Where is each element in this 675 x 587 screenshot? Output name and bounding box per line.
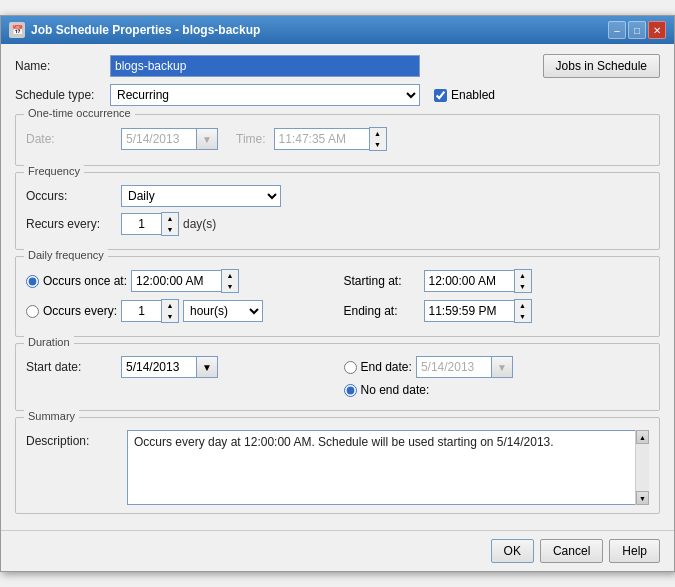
once-at-down-btn[interactable]: ▼ <box>222 281 238 292</box>
date-calendar-button[interactable]: ▼ <box>196 128 218 150</box>
no-end-date-radio-label[interactable]: No end date: <box>344 383 430 397</box>
daily-frequency-group: Daily frequency Occurs once at: <box>15 256 660 337</box>
maximize-button[interactable]: □ <box>628 21 646 39</box>
ok-button[interactable]: OK <box>491 539 534 563</box>
ending-row: Ending at: ▲ ▼ <box>344 299 650 323</box>
once-at-input[interactable] <box>131 270 221 292</box>
recurs-down-button[interactable]: ▼ <box>162 224 178 235</box>
title-bar: 📅 Job Schedule Properties - blogs-backup… <box>1 16 674 44</box>
once-at-radio[interactable] <box>26 275 39 288</box>
ending-down-btn[interactable]: ▼ <box>515 311 531 322</box>
occurs-row: Occurs: Daily Weekly Monthly <box>26 185 649 207</box>
starting-time-group: ▲ ▼ <box>424 269 532 293</box>
recurs-up-button[interactable]: ▲ <box>162 213 178 224</box>
once-at-radio-label[interactable]: Occurs once at: <box>26 274 127 288</box>
start-date-row: Start date: ▼ <box>26 356 332 378</box>
every-up-btn[interactable]: ▲ <box>162 300 178 311</box>
ending-input[interactable] <box>424 300 514 322</box>
window-title: Job Schedule Properties - blogs-backup <box>31 23 260 37</box>
starting-up-btn[interactable]: ▲ <box>515 270 531 281</box>
name-input[interactable] <box>110 55 420 77</box>
duration-title: Duration <box>24 336 74 348</box>
no-end-date-radio[interactable] <box>344 384 357 397</box>
enabled-checkbox[interactable] <box>434 89 447 102</box>
occurs-select[interactable]: Daily Weekly Monthly <box>121 185 281 207</box>
description-row: Description: Occurs every day at 12:00:0… <box>26 430 649 505</box>
time-field[interactable] <box>274 128 369 150</box>
summary-group: Summary Description: Occurs every day at… <box>15 417 660 514</box>
starting-label: Starting at: <box>344 274 424 288</box>
no-end-date-label: No end date: <box>361 383 430 397</box>
recurs-spinner: ▲ ▼ <box>121 212 179 236</box>
end-date-calendar-btn[interactable]: ▼ <box>491 356 513 378</box>
no-end-date-row: No end date: <box>344 383 650 397</box>
close-button[interactable]: ✕ <box>648 21 666 39</box>
every-input[interactable] <box>121 300 161 322</box>
minimize-button[interactable]: – <box>608 21 626 39</box>
every-spinner: ▲ ▼ <box>121 299 179 323</box>
frequency-title: Frequency <box>24 165 84 177</box>
starting-input[interactable] <box>424 270 514 292</box>
daily-frequency-title: Daily frequency <box>24 249 108 261</box>
recurs-row: Recurs every: ▲ ▼ day(s) <box>26 212 649 236</box>
every-down-btn[interactable]: ▼ <box>162 311 178 322</box>
description-scrollbar: ▲ ▼ <box>635 430 649 505</box>
window-icon: 📅 <box>9 22 25 38</box>
duration-right: End date: ▼ No end date: <box>344 356 650 402</box>
time-label: Time: <box>236 132 266 146</box>
time-spinner: ▲ ▼ <box>369 127 387 151</box>
one-time-content: Date: ▼ Time: ▲ ▼ <box>16 117 659 161</box>
scroll-track <box>636 444 649 491</box>
title-bar-left: 📅 Job Schedule Properties - blogs-backup <box>9 22 260 38</box>
end-date-row: End date: ▼ <box>344 356 650 378</box>
every-radio[interactable] <box>26 305 39 318</box>
cancel-button[interactable]: Cancel <box>540 539 603 563</box>
start-date-input[interactable] <box>121 356 196 378</box>
ending-label: Ending at: <box>344 304 424 318</box>
description-text: Occurs every day at 12:00:00 AM. Schedul… <box>127 430 649 505</box>
end-date-radio-label[interactable]: End date: <box>344 360 412 374</box>
time-up-button[interactable]: ▲ <box>370 128 386 139</box>
end-date-label: End date: <box>361 360 412 374</box>
help-button[interactable]: Help <box>609 539 660 563</box>
once-at-up-btn[interactable]: ▲ <box>222 270 238 281</box>
every-label: Occurs every: <box>43 304 117 318</box>
recurs-input[interactable] <box>121 213 161 235</box>
starting-down-btn[interactable]: ▼ <box>515 281 531 292</box>
start-date-input-group: ▼ <box>121 356 218 378</box>
title-bar-controls: – □ ✕ <box>608 21 666 39</box>
frequency-group: Frequency Occurs: Daily Weekly Monthly R… <box>15 172 660 250</box>
time-down-button[interactable]: ▼ <box>370 139 386 150</box>
duration-content: Start date: ▼ End date: <box>16 346 659 406</box>
schedule-type-label: Schedule type: <box>15 88 110 102</box>
daily-frequency-content: Occurs once at: ▲ ▼ <box>16 259 659 332</box>
main-window: 📅 Job Schedule Properties - blogs-backup… <box>0 15 675 572</box>
end-date-input-group: ▼ <box>416 356 513 378</box>
enabled-label: Enabled <box>451 88 495 102</box>
daily-freq-cols: Occurs once at: ▲ ▼ <box>26 269 649 328</box>
every-unit-select[interactable]: hour(s) minute(s) <box>183 300 263 322</box>
duration-left: Start date: ▼ <box>26 356 332 402</box>
date-input-group: ▼ <box>121 128 218 150</box>
end-date-radio[interactable] <box>344 361 357 374</box>
jobs-in-schedule-button[interactable]: Jobs in Schedule <box>543 54 660 78</box>
end-date-input[interactable] <box>416 356 491 378</box>
duration-cols: Start date: ▼ End date: <box>26 356 649 402</box>
summary-content: Description: Occurs every day at 12:00:0… <box>16 420 659 509</box>
daily-freq-right: Starting at: ▲ ▼ Ending at: <box>344 269 650 328</box>
starting-row: Starting at: ▲ ▼ <box>344 269 650 293</box>
description-label: Description: <box>26 430 121 448</box>
every-radio-label[interactable]: Occurs every: <box>26 304 117 318</box>
ending-up-btn[interactable]: ▲ <box>515 300 531 311</box>
occurs-label: Occurs: <box>26 189 121 203</box>
ending-time-group: ▲ ▼ <box>424 299 532 323</box>
dialog-content: Name: Jobs in Schedule Schedule type: Re… <box>1 44 674 530</box>
recurs-unit: day(s) <box>183 217 216 231</box>
dialog-footer: OK Cancel Help <box>1 530 674 571</box>
start-date-calendar-btn[interactable]: ▼ <box>196 356 218 378</box>
scroll-up-btn[interactable]: ▲ <box>636 430 649 444</box>
schedule-type-select[interactable]: Recurring <box>110 84 420 106</box>
every-row: Occurs every: ▲ ▼ hour(s) <box>26 299 332 323</box>
date-field[interactable] <box>121 128 196 150</box>
scroll-down-btn[interactable]: ▼ <box>636 491 649 505</box>
